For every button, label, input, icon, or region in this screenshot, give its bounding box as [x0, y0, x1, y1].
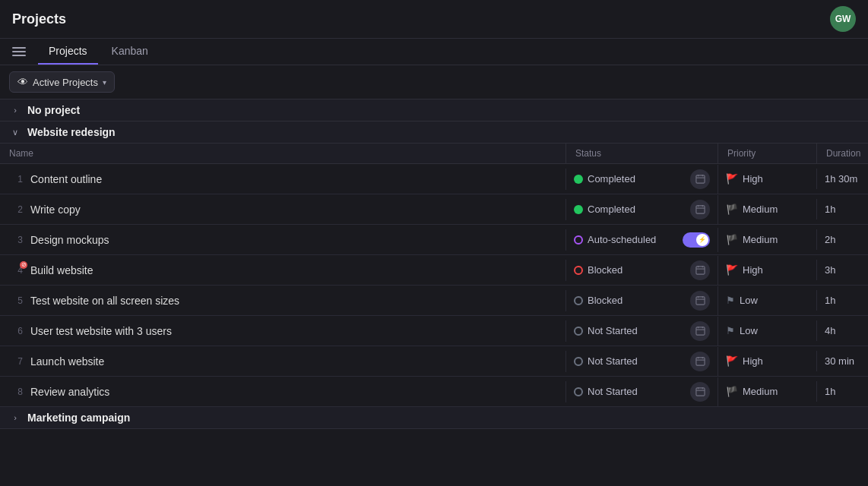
- col-duration: Duration: [817, 144, 868, 163]
- group-marketing-campaign[interactable]: › Marketing campaign: [0, 407, 868, 429]
- task-name[interactable]: Design mockups: [30, 234, 109, 246]
- priority-flag-icon: 🚩: [726, 264, 738, 276]
- task-name[interactable]: Review analytics: [30, 386, 109, 398]
- group-label-no-project: No project: [27, 104, 80, 116]
- table-row: 1 Content outline Completed 🚩 High: [0, 164, 868, 194]
- status-text: Not Started: [588, 355, 638, 367]
- priority-flag-icon: 🏴: [726, 234, 738, 245]
- task-name-cell: 8 Review analytics: [0, 381, 566, 402]
- task-priority-cell: 🚩 High: [718, 351, 817, 371]
- task-name[interactable]: Build website: [30, 264, 93, 276]
- task-status-cell: Not Started: [566, 347, 718, 376]
- status-dot: [574, 235, 583, 245]
- task-status-cell: Auto-scheduled ⚡: [566, 228, 718, 252]
- task-number: 5: [11, 295, 23, 306]
- chevron-down-icon: ∨: [9, 126, 21, 138]
- duration-text: 1h: [825, 204, 835, 215]
- task-status-cell: Completed: [566, 195, 718, 224]
- task-name-cell: 3 Design mockups: [0, 229, 566, 251]
- task-priority-cell: 🏴 Medium: [718, 229, 817, 250]
- table-row: 2 Write copy Completed 🏴 Medium: [0, 194, 868, 225]
- group-no-project[interactable]: › No project: [0, 99, 868, 122]
- priority-flag-icon: 🚩: [726, 173, 738, 185]
- status-dot: [574, 205, 583, 214]
- priority-text: Medium: [743, 234, 778, 245]
- priority-text: Low: [740, 295, 758, 306]
- priority-text: Medium: [743, 204, 778, 215]
- task-number-wrapper: 8: [9, 387, 24, 397]
- blocked-badge: ⊘: [20, 261, 27, 269]
- svg-rect-24: [695, 388, 704, 396]
- priority-text: High: [743, 173, 763, 185]
- task-name[interactable]: User test website with 3 users: [30, 325, 172, 337]
- task-name[interactable]: Write copy: [30, 204, 81, 216]
- task-number-wrapper: 1: [9, 174, 24, 185]
- calendar-icon[interactable]: [690, 260, 710, 280]
- status-dot: [574, 296, 583, 305]
- task-name-cell: 2 Write copy: [0, 199, 566, 220]
- task-name-cell: 4 ⊘ Build website: [0, 260, 566, 281]
- filter-button[interactable]: 👁 Active Projects ▾: [9, 71, 115, 93]
- task-number-wrapper: 6: [9, 326, 24, 336]
- header: Projects GW: [0, 0, 868, 39]
- task-name[interactable]: Test website on all screen sizes: [30, 295, 179, 307]
- col-name: Name: [0, 144, 566, 163]
- task-number-wrapper: 7: [9, 356, 24, 367]
- group-website-redesign[interactable]: ∨ Website redesign: [0, 122, 868, 144]
- calendar-icon[interactable]: [690, 169, 710, 189]
- menu-icon[interactable]: [6, 41, 32, 62]
- status-dot: [574, 175, 583, 184]
- status-text: Completed: [588, 173, 635, 185]
- svg-rect-20: [695, 358, 704, 365]
- svg-rect-16: [695, 327, 704, 335]
- task-number: 6: [11, 326, 23, 336]
- group-label-website-redesign: Website redesign: [27, 126, 116, 138]
- avatar[interactable]: GW: [830, 6, 856, 32]
- task-name[interactable]: Content outline: [30, 173, 102, 185]
- svg-rect-8: [695, 267, 704, 274]
- duration-text: 1h 30m: [825, 173, 857, 185]
- status-text: Auto-scheduled: [588, 234, 656, 245]
- calendar-icon[interactable]: [690, 200, 710, 219]
- priority-flag-icon: ⚑: [726, 295, 735, 306]
- chevron-down-icon: ▾: [103, 78, 106, 87]
- task-duration-cell: 3h: [817, 260, 868, 280]
- status-text: Not Started: [588, 325, 638, 336]
- filter-label: Active Projects: [33, 77, 98, 88]
- task-status-cell: Not Started: [566, 317, 718, 346]
- task-name[interactable]: Launch website: [30, 355, 104, 368]
- task-priority-cell: ⚑ Low: [718, 290, 817, 311]
- column-headers: Name Status Priority Duration: [0, 144, 868, 164]
- tab-projects[interactable]: Projects: [38, 39, 98, 65]
- task-status-cell: Blocked: [566, 256, 718, 285]
- eye-icon: 👁: [17, 76, 28, 88]
- calendar-icon[interactable]: [690, 291, 710, 311]
- priority-flag-icon: 🏴: [726, 386, 738, 397]
- calendar-icon[interactable]: [690, 352, 710, 371]
- tab-kanban[interactable]: Kanban: [101, 39, 159, 65]
- tasks-container: 1 Content outline Completed 🚩 High: [0, 164, 868, 407]
- status-text: Blocked: [588, 295, 622, 306]
- table-row: 4 ⊘ Build website Blocked 🚩 High: [0, 255, 868, 286]
- status-text: Not Started: [588, 386, 638, 397]
- task-priority-cell: 🚩 High: [718, 169, 817, 189]
- col-priority: Priority: [718, 144, 817, 163]
- toolbar: 👁 Active Projects ▾: [0, 65, 868, 99]
- priority-text: Medium: [743, 386, 778, 397]
- svg-rect-0: [695, 175, 704, 183]
- priority-text: Low: [740, 325, 758, 336]
- page-title: Projects: [12, 11, 66, 27]
- auto-schedule-toggle[interactable]: ⚡: [683, 232, 710, 248]
- priority-flag-icon: ⚑: [726, 325, 735, 336]
- table-row: 7 Launch website Not Started 🚩 High: [0, 346, 868, 377]
- task-duration-cell: 2h: [817, 229, 868, 250]
- task-name-cell: 6 User test website with 3 users: [0, 320, 566, 342]
- task-priority-cell: ⚑ Low: [718, 320, 817, 341]
- status-dot: [574, 266, 583, 275]
- chevron-right-icon: ›: [9, 104, 21, 116]
- group-label-marketing-campaign: Marketing campaign: [27, 412, 130, 424]
- table-row: 5 Test website on all screen sizes Block…: [0, 286, 868, 316]
- calendar-icon[interactable]: [690, 321, 710, 341]
- calendar-icon[interactable]: [690, 382, 710, 402]
- task-number-wrapper: 3: [9, 235, 24, 245]
